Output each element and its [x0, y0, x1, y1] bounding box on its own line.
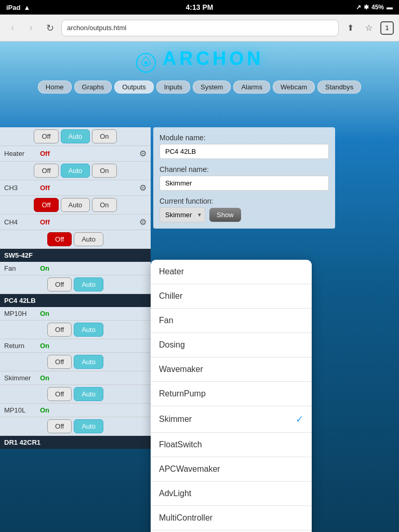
ch3-ctrl-row: Off Auto On [0, 162, 151, 180]
mp10h-label: MP10H [4, 310, 38, 317]
dropdown-item-dosing[interactable]: Dosing [151, 333, 312, 357]
ch4-off-btn[interactable]: Off [34, 198, 58, 212]
battery-percent: 45% [371, 4, 384, 11]
dropdown-item-fan[interactable]: Fan [151, 309, 312, 333]
bluetooth-icon: ✱ [364, 4, 369, 11]
return-ctrl-row: Off Auto [0, 353, 151, 371]
return-off-btn[interactable]: Off [47, 355, 72, 369]
ch3-gear-icon[interactable]: ⚙ [139, 183, 147, 193]
skimmer-auto-btn[interactable]: Auto [74, 387, 103, 401]
ch3-channel-row: CH3 Off ⚙ [0, 180, 151, 196]
fan-channel-row: Fan On [0, 262, 151, 275]
left-panel: Off Auto On Heater Off ⚙ Off Auto On CH3… [0, 127, 151, 449]
nav-bar: Home Graphs Outputs Inputs System Alarms… [0, 77, 399, 97]
location-icon: ↗ [356, 4, 361, 11]
dropdown-item-wavemaker[interactable]: Wavemaker [151, 357, 312, 382]
dropdown-item-apcwavemaker[interactable]: APCWavemaker [151, 457, 312, 482]
ch4-label: CH4 [4, 218, 38, 226]
nav-inputs[interactable]: Inputs [156, 81, 190, 94]
return-channel-row: Return On [0, 339, 151, 353]
mp10l-status: On [40, 406, 49, 414]
module-name-input[interactable] [159, 144, 329, 159]
mp10h-channel-row: MP10H On [0, 307, 151, 321]
heater-status: Off [40, 150, 50, 157]
fan-ctrl-row: Off Auto [0, 275, 151, 294]
right-panel: Module name: Channel name: Current funct… [153, 127, 335, 229]
logo-text: ARCHON [163, 48, 263, 69]
dr142cr1-header: DR1 42CR1 [0, 436, 151, 449]
nav-alarms[interactable]: Alarms [233, 81, 270, 94]
dropdown-item-advlight[interactable]: AdvLight [151, 482, 312, 506]
time-display: 4:13 PM [186, 3, 214, 11]
nav-graphs[interactable]: Graphs [74, 81, 112, 94]
dropdown-item-chiller[interactable]: Chiller [151, 284, 312, 309]
return-label: Return [4, 342, 38, 350]
heater-off-btn[interactable]: Off [34, 129, 58, 143]
nav-outputs[interactable]: Outputs [114, 81, 154, 94]
ch4-auto-btn[interactable]: Auto [61, 198, 90, 212]
skimmer-ctrl-row: Off Auto [0, 385, 151, 404]
function-row: Skimmer ▼ Show [159, 207, 329, 222]
mp10h-off-btn[interactable]: Off [47, 323, 72, 337]
heater-on-btn[interactable]: On [92, 129, 116, 143]
ch3-on-btn[interactable]: On [92, 164, 116, 178]
bookmark-button[interactable]: ☆ [362, 21, 376, 35]
channel-name-label: Channel name: [159, 165, 329, 174]
heater-gear-icon[interactable]: ⚙ [139, 149, 147, 158]
function-select[interactable]: Skimmer [159, 207, 205, 222]
nav-webcam[interactable]: Webcam [273, 81, 315, 94]
heater-channel-row: Heater Off ⚙ [0, 146, 151, 162]
status-bar: iPad ▲ 4:13 PM ↗ ✱ 45% ▬ [0, 0, 399, 15]
ch3-off-btn[interactable]: Off [34, 164, 58, 178]
url-text: archon/outputs.html [67, 24, 126, 32]
heater-auto-btn[interactable]: Auto [61, 129, 90, 143]
mp10h-status: On [40, 310, 49, 317]
skimmer-channel-row: Skimmer On [0, 371, 151, 385]
fan-auto-btn[interactable]: Auto [74, 277, 103, 291]
ch4-channel-row: CH4 Off ⚙ [0, 215, 151, 230]
ch3-auto-btn[interactable]: Auto [61, 164, 90, 178]
ch4-on-btn[interactable]: On [92, 198, 116, 212]
nav-system[interactable]: System [193, 81, 231, 94]
sw542f-header: SW5-42F [0, 249, 151, 262]
skimmer-check-icon: ✓ [296, 414, 303, 425]
fan-status: On [40, 264, 49, 272]
mp10l-off-btn[interactable]: Off [47, 419, 72, 433]
channel-name-input[interactable] [159, 176, 329, 191]
function-dropdown[interactable]: Heater Chiller Fan Dosing Wavemaker Retu… [151, 260, 312, 532]
mp10h-ctrl-row: Off Auto [0, 321, 151, 339]
dropdown-item-multicontroller[interactable]: MultiController [151, 506, 312, 530]
nav-home[interactable]: Home [38, 81, 72, 94]
browser-chrome: ‹ › ↻ archon/outputs.html ⬆ ☆ 1 [0, 15, 399, 42]
svg-point-1 [144, 61, 148, 64]
dropdown-item-floatswitch[interactable]: FloatSwitch [151, 433, 312, 457]
heater-label: Heater [4, 150, 38, 157]
show-button[interactable]: Show [209, 208, 241, 222]
skimmer-off-btn[interactable]: Off [47, 387, 72, 401]
mp10l-channel-row: MP10L On [0, 404, 151, 417]
dropdown-item-returnpump[interactable]: ReturnPump [151, 382, 312, 406]
heater-ctrl-row: Off Auto On [0, 127, 151, 146]
url-bar[interactable]: archon/outputs.html [61, 20, 339, 36]
back-button[interactable]: ‹ [5, 21, 20, 35]
dropdown-item-heater[interactable]: Heater [151, 260, 312, 284]
return-auto-btn[interactable]: Auto [74, 355, 103, 369]
ch4-extra-auto-btn[interactable]: Auto [74, 232, 103, 246]
carrier-label: iPad [6, 4, 20, 11]
mp10h-auto-btn[interactable]: Auto [74, 323, 103, 337]
nav-standbys[interactable]: Standbys [317, 81, 361, 94]
ch3-status: Off [40, 184, 50, 192]
ch4-extra-ctrl-row: Off Auto [0, 230, 151, 249]
main-content: ARCHON Home Graphs Outputs Inputs System… [0, 42, 399, 532]
share-button[interactable]: ⬆ [343, 21, 357, 35]
ch4-gear-icon[interactable]: ⚙ [139, 217, 147, 227]
mp10l-auto-btn[interactable]: Auto [74, 419, 103, 433]
dropdown-item-skimmer[interactable]: Skimmer ✓ [151, 406, 312, 433]
tab-count[interactable]: 1 [380, 21, 394, 35]
reload-button[interactable]: ↻ [43, 21, 57, 35]
fan-off-btn[interactable]: Off [47, 277, 72, 291]
forward-button[interactable]: › [24, 21, 38, 35]
fan-label: Fan [4, 264, 38, 272]
module-name-label: Module name: [159, 134, 329, 142]
ch4-extra-off-btn[interactable]: Off [47, 232, 72, 246]
